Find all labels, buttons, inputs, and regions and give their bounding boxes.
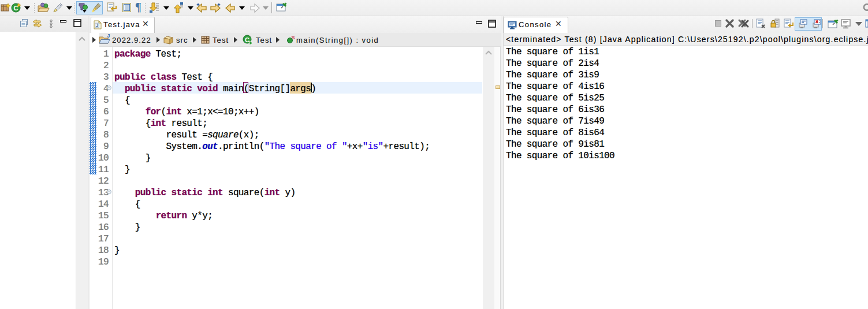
svg-text:C: C [245, 36, 249, 43]
svg-text:J: J [107, 33, 110, 39]
svg-text:S: S [291, 35, 295, 40]
svg-text:J: J [96, 23, 99, 28]
